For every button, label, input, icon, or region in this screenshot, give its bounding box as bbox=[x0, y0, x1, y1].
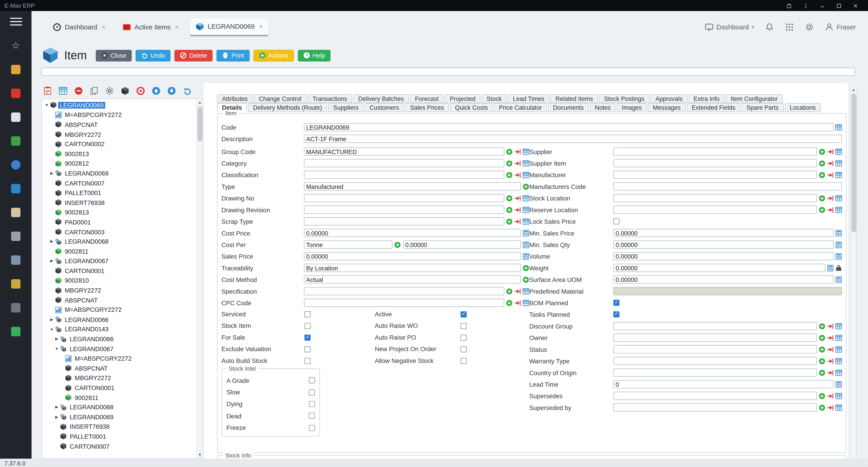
goto-icon[interactable] bbox=[827, 404, 834, 411]
tab-upper[interactable]: Stock Postings bbox=[599, 94, 649, 103]
target-icon[interactable] bbox=[136, 86, 145, 95]
export-icon[interactable] bbox=[43, 86, 52, 95]
goto-icon[interactable] bbox=[827, 392, 834, 399]
tree-item[interactable]: CARTON0002 bbox=[42, 139, 196, 149]
tab-upper[interactable]: Approvals bbox=[650, 94, 687, 103]
notifications-bell-icon[interactable] bbox=[765, 23, 774, 31]
expand-arrow-icon[interactable]: ▶ bbox=[49, 171, 55, 176]
tree-item[interactable]: ABSPCNAT bbox=[42, 363, 196, 373]
field-input[interactable] bbox=[304, 135, 842, 143]
tree-item[interactable]: 9002810 bbox=[42, 276, 196, 286]
undo-tree-icon[interactable] bbox=[183, 86, 191, 95]
field-input[interactable] bbox=[304, 182, 521, 191]
tree-item[interactable]: CARTON0003 bbox=[42, 227, 196, 237]
goto-icon[interactable] bbox=[514, 172, 521, 178]
calc-icon[interactable] bbox=[835, 241, 842, 248]
table-icon[interactable] bbox=[523, 288, 529, 294]
checkbox[interactable] bbox=[461, 346, 467, 352]
tree-item[interactable]: INSERT76938 bbox=[42, 422, 196, 432]
add-icon[interactable] bbox=[819, 206, 825, 213]
person-dark-icon[interactable] bbox=[11, 303, 21, 313]
field-input[interactable] bbox=[304, 123, 834, 132]
add-icon[interactable] bbox=[506, 148, 513, 155]
tab-close-icon[interactable]: × bbox=[175, 23, 179, 31]
tree-item[interactable]: 9002811 bbox=[42, 246, 196, 256]
table-icon[interactable] bbox=[523, 172, 529, 178]
tab-lower[interactable]: Documents bbox=[548, 103, 589, 112]
table-icon[interactable] bbox=[835, 346, 842, 352]
dashboard-select[interactable]: Dashboard ▾ bbox=[705, 23, 754, 31]
table-icon[interactable] bbox=[835, 172, 842, 178]
tab-upper[interactable]: Related Items bbox=[550, 94, 598, 103]
scroll-thumb[interactable] bbox=[197, 107, 203, 141]
green-square-icon[interactable] bbox=[11, 327, 21, 337]
table-icon[interactable] bbox=[835, 369, 842, 376]
undo-button[interactable]: Undo bbox=[135, 50, 170, 61]
tab-lower[interactable]: Quick Costs bbox=[450, 103, 493, 112]
add-icon[interactable] bbox=[506, 172, 513, 178]
tab-lower[interactable]: Spare Parts bbox=[741, 103, 783, 112]
goto-icon[interactable] bbox=[514, 148, 521, 155]
checkbox[interactable] bbox=[461, 323, 467, 329]
field-input[interactable] bbox=[613, 229, 834, 237]
table-icon[interactable] bbox=[523, 148, 529, 155]
extensions-icon[interactable] bbox=[780, 0, 797, 11]
menu-icon[interactable] bbox=[10, 18, 22, 25]
calc-icon[interactable] bbox=[835, 381, 842, 387]
tree-item[interactable]: 9002812 bbox=[42, 159, 196, 169]
goto-icon[interactable] bbox=[514, 195, 521, 201]
table-icon[interactable] bbox=[523, 218, 529, 225]
calc-icon[interactable] bbox=[835, 230, 842, 236]
red-app-icon[interactable] bbox=[11, 89, 21, 98]
field-input[interactable] bbox=[613, 264, 825, 272]
tree-item[interactable]: PAD0001 bbox=[42, 217, 196, 227]
tab-upper[interactable]: Extra Info bbox=[688, 94, 724, 103]
collapse-arrow-icon[interactable]: ▼ bbox=[43, 103, 50, 107]
checkbox[interactable] bbox=[461, 358, 467, 364]
weight-icon[interactable] bbox=[835, 264, 842, 271]
collapse-arrow-icon[interactable]: ▼ bbox=[49, 327, 55, 331]
maximize-icon[interactable] bbox=[830, 0, 847, 11]
tree-item[interactable]: ▶LEGRAND0069 bbox=[42, 169, 196, 178]
goto-icon[interactable] bbox=[827, 369, 834, 376]
goto-icon[interactable] bbox=[514, 218, 521, 225]
header-tab[interactable]: LEGRAND0069× bbox=[190, 18, 268, 36]
tree-item[interactable]: M=ABSPCGRY2272 bbox=[42, 305, 196, 315]
field-input[interactable] bbox=[613, 392, 817, 400]
tree-item[interactable]: MBGRY2272 bbox=[42, 286, 196, 295]
field-input[interactable] bbox=[613, 322, 817, 330]
tree-item[interactable]: ▼LEGRAND0067 bbox=[42, 344, 196, 354]
tree-item[interactable]: ▶LEGRAND0067 bbox=[42, 256, 196, 266]
minimize-icon[interactable] bbox=[814, 0, 830, 11]
goto-icon[interactable] bbox=[827, 346, 834, 352]
table-icon[interactable] bbox=[835, 206, 842, 213]
add-icon[interactable] bbox=[506, 195, 513, 201]
table-icon[interactable] bbox=[523, 195, 529, 201]
field-input[interactable] bbox=[613, 380, 834, 388]
header-tab[interactable]: Active Items× bbox=[117, 18, 184, 36]
expand-arrow-icon[interactable]: ▶ bbox=[49, 259, 55, 263]
tree-item[interactable]: 9002813 bbox=[42, 149, 196, 159]
tree-item[interactable]: CARTON0001 bbox=[42, 383, 196, 392]
table-icon[interactable] bbox=[835, 323, 842, 329]
quick-entry-input[interactable] bbox=[41, 68, 855, 76]
tan-app-icon[interactable] bbox=[11, 208, 21, 217]
tree-item[interactable]: INSERT76938 bbox=[42, 198, 196, 207]
add-icon[interactable] bbox=[506, 288, 513, 294]
goto-icon[interactable] bbox=[827, 195, 834, 201]
globe-icon[interactable] bbox=[11, 160, 21, 170]
calc-icon[interactable] bbox=[835, 276, 842, 283]
tab-upper[interactable]: Attributes bbox=[217, 94, 253, 103]
tab-close-icon[interactable]: × bbox=[259, 23, 263, 30]
tree-item[interactable]: ▶LEGRAND0068 bbox=[42, 403, 196, 412]
actions-button[interactable]: Actions bbox=[253, 50, 294, 61]
expand-arrow-icon[interactable]: ▶ bbox=[49, 239, 55, 244]
goto-icon[interactable] bbox=[827, 334, 834, 341]
calc-icon[interactable] bbox=[835, 253, 842, 260]
table-icon[interactable] bbox=[835, 160, 842, 166]
tab-lower[interactable]: Sales Prices bbox=[405, 103, 449, 112]
tree-item[interactable]: ▼LEGRAND0069 bbox=[42, 100, 196, 110]
goto-icon[interactable] bbox=[827, 323, 834, 329]
goto-icon[interactable] bbox=[827, 206, 834, 213]
field-input[interactable] bbox=[304, 194, 504, 202]
